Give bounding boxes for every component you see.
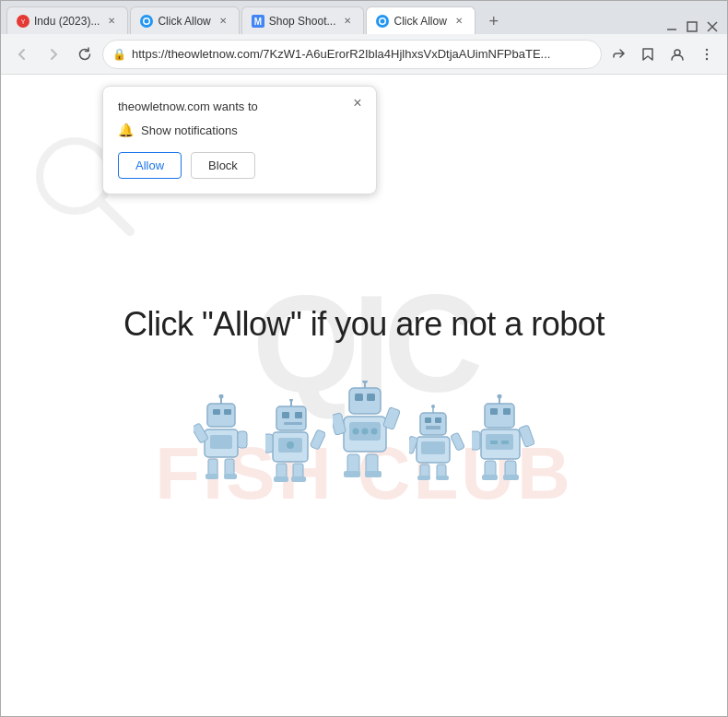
- svg-marker-14: [643, 49, 652, 60]
- minimize-button[interactable]: [664, 19, 679, 34]
- robots-illustration: [194, 381, 534, 487]
- svg-rect-21: [207, 404, 235, 427]
- svg-rect-11: [687, 22, 697, 31]
- svg-point-4: [145, 18, 149, 23]
- tabs-area: Y Indu (2023)... ✕ Click Allow ✕: [1, 6, 657, 34]
- robot-2: [265, 399, 325, 487]
- svg-point-83: [498, 394, 502, 399]
- tab-title-3: Shop Shoot...: [269, 15, 336, 28]
- browser-window: Y Indu (2023)... ✕ Click Allow ✕: [0, 0, 728, 717]
- svg-rect-85: [486, 434, 513, 450]
- svg-point-57: [362, 428, 369, 434]
- svg-rect-23: [224, 409, 231, 415]
- svg-rect-46: [291, 476, 306, 482]
- svg-rect-49: [349, 388, 381, 414]
- title-bar: Y Indu (2023)... ✕ Click Allow ✕: [1, 1, 727, 34]
- maximize-button[interactable]: [685, 19, 699, 34]
- tab-clickallow2[interactable]: Click Allow ✕: [366, 6, 475, 34]
- robot-3: [333, 381, 402, 487]
- svg-point-42: [287, 441, 294, 449]
- svg-rect-50: [355, 394, 363, 401]
- svg-rect-80: [490, 408, 498, 415]
- svg-rect-62: [365, 471, 382, 477]
- lock-icon: 🔒: [112, 48, 126, 61]
- svg-rect-45: [274, 476, 288, 482]
- svg-rect-48: [310, 429, 325, 449]
- svg-rect-86: [490, 441, 498, 444]
- svg-point-15: [675, 50, 680, 55]
- svg-rect-79: [485, 404, 514, 428]
- forward-button[interactable]: [40, 41, 67, 68]
- svg-point-39: [289, 399, 293, 402]
- tab-indu[interactable]: Y Indu (2023)... ✕: [6, 6, 128, 34]
- svg-point-25: [219, 394, 224, 399]
- tab-title-1: Indu (2023)...: [34, 15, 100, 28]
- robot-1: [194, 394, 258, 487]
- svg-rect-22: [213, 409, 220, 415]
- robot-5: [472, 394, 534, 487]
- captcha-heading: Click "Allow" if you are not a robot: [123, 305, 605, 344]
- reload-button[interactable]: [71, 41, 99, 68]
- svg-rect-36: [295, 412, 302, 418]
- svg-rect-66: [425, 417, 431, 423]
- svg-rect-28: [208, 459, 217, 476]
- tab-clickallow1[interactable]: Click Allow ✕: [130, 6, 239, 34]
- svg-rect-35: [282, 412, 289, 418]
- bookmark-button[interactable]: [635, 41, 661, 67]
- browser-content: QIC FISH CLUB Click "Allow" if you are n…: [1, 75, 727, 716]
- popup-site-text: theowletnow.com wants to: [118, 100, 361, 113]
- svg-rect-68: [426, 426, 440, 429]
- svg-text:Y: Y: [21, 18, 26, 25]
- svg-rect-29: [225, 459, 234, 476]
- profile-button[interactable]: [664, 41, 690, 67]
- popup-notification-label: Show notifications: [141, 123, 238, 137]
- window-controls: [657, 19, 727, 34]
- block-button[interactable]: Block: [191, 152, 255, 179]
- svg-rect-64: [383, 406, 401, 429]
- svg-rect-93: [519, 424, 534, 446]
- menu-button[interactable]: [694, 41, 720, 67]
- tab-close-2[interactable]: ✕: [217, 15, 229, 28]
- svg-rect-81: [503, 408, 511, 415]
- svg-rect-63: [333, 412, 346, 434]
- svg-rect-72: [421, 441, 445, 454]
- tab-title-2: Click Allow: [158, 15, 210, 28]
- back-button[interactable]: [8, 41, 36, 68]
- svg-rect-75: [417, 476, 430, 480]
- tab-favicon-2: [140, 15, 153, 28]
- tab-favicon-1: Y: [17, 15, 29, 28]
- svg-rect-30: [205, 474, 218, 479]
- svg-rect-31: [224, 474, 237, 479]
- svg-rect-76: [436, 476, 449, 480]
- tab-close-1[interactable]: ✕: [105, 15, 118, 28]
- new-tab-button[interactable]: +: [481, 8, 507, 34]
- svg-rect-91: [503, 475, 519, 480]
- svg-rect-92: [472, 431, 480, 450]
- svg-point-16: [706, 48, 708, 50]
- share-button[interactable]: [605, 41, 631, 67]
- svg-rect-34: [276, 406, 306, 430]
- svg-rect-61: [344, 471, 360, 477]
- notification-popup: × theowletnow.com wants to 🔔 Show notifi…: [102, 86, 377, 194]
- svg-text:M: M: [254, 17, 262, 27]
- svg-rect-87: [501, 441, 509, 444]
- tab-favicon-4: [376, 15, 389, 28]
- popup-notification-row: 🔔 Show notifications: [118, 123, 361, 137]
- svg-rect-37: [284, 422, 302, 425]
- svg-rect-78: [451, 432, 464, 451]
- address-bar[interactable]: 🔒 https://theowletnow.com/7KzW1-A6uErorR…: [102, 40, 602, 69]
- svg-point-58: [371, 428, 378, 434]
- svg-rect-51: [367, 394, 375, 401]
- robot-4: [409, 404, 464, 487]
- svg-rect-47: [265, 434, 273, 453]
- tab-close-4[interactable]: ✕: [452, 15, 465, 28]
- tab-shopshoot[interactable]: M Shop Shoot... ✕: [241, 6, 365, 34]
- tab-title-4: Click Allow: [393, 15, 446, 28]
- address-text: https://theowletnow.com/7KzW1-A6uErorR2I…: [132, 47, 592, 61]
- tab-close-3[interactable]: ✕: [341, 15, 354, 28]
- svg-point-56: [353, 428, 359, 434]
- svg-point-9: [381, 18, 385, 23]
- allow-button[interactable]: Allow: [118, 152, 182, 179]
- popup-close-button[interactable]: ×: [348, 94, 367, 112]
- close-button[interactable]: [705, 19, 720, 34]
